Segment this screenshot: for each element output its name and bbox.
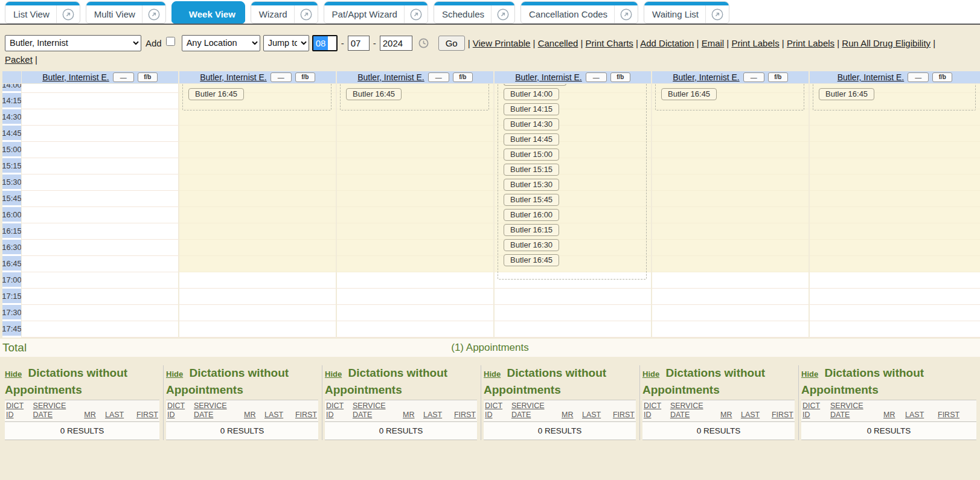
dictations-col-header-service-date[interactable]: SERVICEDATE bbox=[669, 400, 719, 422]
dictations-col-header-first[interactable]: FIRST bbox=[453, 400, 477, 422]
slot-cell[interactable] bbox=[179, 142, 336, 158]
open-in-new-window-icon[interactable] bbox=[706, 8, 729, 21]
slot-cell[interactable] bbox=[179, 158, 336, 174]
dictations-col-header-mr[interactable]: MR bbox=[882, 400, 904, 422]
dictations-col-header-last[interactable]: LAST bbox=[581, 400, 612, 422]
dictations-col-header-dict-id[interactable]: DICTID bbox=[642, 400, 669, 422]
slot-cell[interactable] bbox=[179, 109, 336, 126]
slot-cell[interactable] bbox=[337, 272, 493, 289]
hide-dictations-link[interactable]: Hide bbox=[484, 370, 501, 379]
dictations-col-header-first[interactable]: FIRST bbox=[294, 400, 318, 422]
slot-cell[interactable] bbox=[810, 126, 980, 142]
jump-to-select[interactable]: Jump to bbox=[263, 35, 309, 51]
slot-cell[interactable] bbox=[337, 142, 493, 158]
slot-cell[interactable] bbox=[337, 321, 493, 338]
slot-cell[interactable] bbox=[652, 191, 809, 207]
slot-cell[interactable] bbox=[179, 289, 336, 305]
slot-cell[interactable] bbox=[810, 174, 980, 191]
slot-cell[interactable] bbox=[337, 109, 493, 126]
slot-cell[interactable] bbox=[810, 305, 980, 321]
slot-cell[interactable] bbox=[22, 223, 178, 240]
slot-cell[interactable] bbox=[810, 158, 980, 174]
appointment-button[interactable]: Butler 14:15 bbox=[504, 103, 559, 115]
appointment-button[interactable]: Butler 15:30 bbox=[504, 179, 559, 191]
dictations-col-header-dict-id[interactable]: DICTID bbox=[484, 400, 510, 422]
dictations-col-header-dict-id[interactable]: DICTID bbox=[5, 400, 32, 422]
slot-cell[interactable] bbox=[22, 256, 178, 272]
provider-select[interactable]: Butler, Internist bbox=[5, 35, 141, 51]
provider-link[interactable]: Butler, Internist E. bbox=[673, 72, 740, 82]
dictations-col-header-mr[interactable]: MR bbox=[83, 400, 104, 422]
slot-cell[interactable] bbox=[22, 321, 178, 338]
provider-link[interactable]: Butler, Internist E. bbox=[200, 72, 267, 82]
hide-dictations-link[interactable]: Hide bbox=[642, 370, 659, 379]
slot-cell[interactable] bbox=[22, 126, 178, 142]
slot-cell[interactable] bbox=[495, 305, 651, 321]
appointment-button[interactable]: Butler 16:45 bbox=[819, 88, 874, 100]
tab-schedules[interactable]: Schedules bbox=[434, 1, 515, 24]
slot-cell[interactable] bbox=[810, 223, 980, 240]
link-add-dictation[interactable]: Add Dictation bbox=[640, 38, 694, 48]
slot-cell[interactable] bbox=[179, 174, 336, 191]
appointment-button[interactable]: Butler 16:00 bbox=[504, 209, 559, 221]
slot-cell[interactable] bbox=[179, 191, 336, 207]
slot-cell[interactable] bbox=[810, 142, 980, 158]
minimize-column-button[interactable]: — bbox=[586, 72, 607, 82]
slot-cell[interactable] bbox=[495, 321, 651, 338]
slot-cell[interactable] bbox=[22, 240, 178, 256]
hide-dictations-link[interactable]: Hide bbox=[166, 370, 183, 379]
fb-button[interactable]: f/b bbox=[138, 72, 158, 82]
add-checkbox[interactable] bbox=[166, 37, 175, 46]
dictations-col-header-mr[interactable]: MR bbox=[243, 400, 263, 422]
slot-cell[interactable] bbox=[652, 223, 809, 240]
slot-cell[interactable] bbox=[22, 191, 178, 207]
open-in-new-window-icon[interactable] bbox=[492, 8, 514, 21]
link-print-labels[interactable]: Print Labels bbox=[787, 38, 834, 48]
slot-cell[interactable] bbox=[179, 223, 336, 240]
appointment-button[interactable]: Butler 16:15 bbox=[504, 224, 559, 236]
fb-button[interactable]: f/b bbox=[295, 72, 315, 82]
dictations-col-header-last[interactable]: LAST bbox=[740, 400, 770, 422]
provider-link[interactable]: Butler, Internist E. bbox=[357, 72, 424, 82]
slot-cell[interactable] bbox=[337, 126, 493, 142]
slot-cell[interactable] bbox=[22, 174, 178, 191]
date-year-input[interactable] bbox=[380, 36, 412, 51]
slot-cell[interactable] bbox=[652, 174, 809, 191]
minimize-column-button[interactable]: — bbox=[908, 72, 929, 82]
slot-cell[interactable] bbox=[22, 84, 178, 93]
slot-cell[interactable] bbox=[179, 256, 336, 272]
slot-cell[interactable] bbox=[179, 240, 336, 256]
dictations-col-header-last[interactable]: LAST bbox=[904, 400, 937, 422]
slot-cell[interactable] bbox=[337, 289, 493, 305]
appointment-button[interactable]: Butler 16:45 bbox=[346, 88, 402, 100]
appointment-button[interactable]: Butler 16:30 bbox=[504, 239, 559, 251]
dictations-col-header-service-date[interactable]: SERVICEDATE bbox=[351, 400, 402, 422]
link-print-charts[interactable]: Print Charts bbox=[586, 38, 633, 48]
slot-cell[interactable] bbox=[652, 256, 809, 272]
slot-cell[interactable] bbox=[652, 142, 809, 158]
appointment-button[interactable]: Butler 14:00 bbox=[504, 88, 559, 100]
go-button[interactable]: Go bbox=[438, 36, 465, 51]
slot-cell[interactable] bbox=[652, 272, 809, 289]
open-in-new-window-icon[interactable] bbox=[143, 8, 165, 21]
tab-waiting-list[interactable]: Waiting List bbox=[644, 1, 729, 24]
tab-cancellation-codes[interactable]: Cancellation Codes bbox=[520, 1, 638, 24]
dictations-col-header-dict-id[interactable]: DICTID bbox=[325, 400, 351, 422]
link-print-labels[interactable]: Print Labels bbox=[731, 38, 779, 48]
slot-cell[interactable] bbox=[652, 289, 809, 305]
dictations-col-header-last[interactable]: LAST bbox=[263, 400, 294, 422]
dictations-col-header-first[interactable]: FIRST bbox=[612, 400, 636, 422]
appointment-button[interactable]: Butler 14:30 bbox=[504, 118, 559, 130]
appointment-button-clipped[interactable] bbox=[504, 84, 566, 86]
dictations-col-header-mr[interactable]: MR bbox=[402, 400, 422, 422]
slot-cell[interactable] bbox=[810, 109, 980, 126]
slot-cell[interactable] bbox=[22, 207, 178, 223]
appointment-button[interactable]: Butler 14:45 bbox=[504, 133, 559, 146]
minimize-column-button[interactable]: — bbox=[743, 72, 764, 82]
slot-cell[interactable] bbox=[810, 240, 980, 256]
slot-cell[interactable] bbox=[652, 321, 809, 338]
slot-cell[interactable] bbox=[337, 207, 493, 223]
slot-cell[interactable] bbox=[337, 240, 493, 256]
dictations-col-header-service-date[interactable]: SERVICEDATE bbox=[829, 400, 882, 422]
link-cancelled[interactable]: Cancelled bbox=[538, 38, 578, 48]
